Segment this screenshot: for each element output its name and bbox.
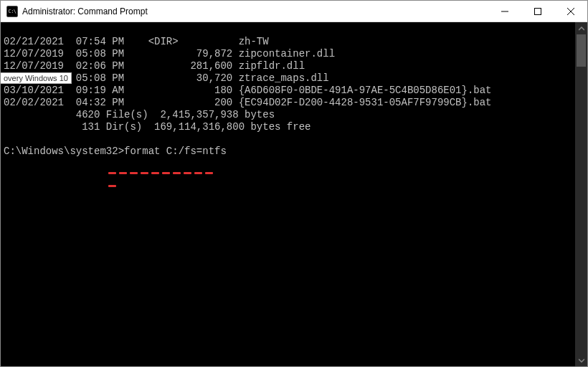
app-icon-text: C:\	[8, 9, 16, 14]
output-line: 12/07/2019 05:08 PM 79,872 zipcontainer.…	[4, 48, 335, 59]
app-icon: C:\	[6, 6, 18, 17]
maximize-button[interactable]	[521, 1, 554, 22]
chevron-down-icon	[579, 358, 584, 363]
minimize-icon	[501, 8, 508, 15]
maximize-icon	[534, 8, 541, 15]
output-line: 12/07/2019 02:06 PM 281,600 zipfldr.dll	[4, 60, 305, 72]
svg-rect-1	[535, 8, 541, 14]
tooltip-overlay: overy Windows 10	[0, 72, 72, 84]
window-title: Administrator: Command Prompt	[22, 6, 148, 16]
scroll-down-arrow[interactable]	[575, 354, 587, 366]
output-line: 03/10/2021 09:19 AM 180 {A6D608F0-0BDE-4…	[4, 85, 492, 96]
close-button[interactable]	[554, 1, 587, 22]
annotation-underline	[108, 164, 223, 166]
terminal-output[interactable]: 02/21/2021 07:54 PM <DIR> zh-TW 12/07/20…	[1, 22, 575, 366]
scroll-thumb[interactable]	[577, 34, 586, 67]
chevron-up-icon	[579, 26, 584, 32]
scroll-up-arrow[interactable]	[575, 22, 587, 34]
output-line: 4620 File(s) 2,415,357,938 bytes	[4, 109, 275, 120]
terminal-container: 02/21/2021 07:54 PM <DIR> zh-TW 12/07/20…	[1, 22, 587, 366]
output-line: 02/21/2021 07:54 PM <DIR> zh-TW	[4, 36, 269, 47]
prompt-line: C:\Windows\system32>format C:/fs=ntfs	[4, 146, 227, 157]
close-icon	[567, 8, 574, 15]
vertical-scrollbar[interactable]	[575, 22, 587, 366]
minimize-button[interactable]	[488, 1, 521, 22]
window-titlebar: C:\ Administrator: Command Prompt	[1, 1, 587, 22]
output-line: 131 Dir(s) 169,114,316,800 bytes free	[4, 121, 310, 133]
output-line: 02/02/2021 04:32 PM 200 {EC94D02F-D200-4…	[4, 97, 492, 108]
